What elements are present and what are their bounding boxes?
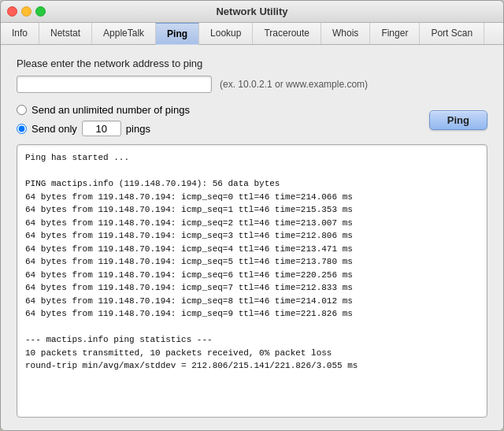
- main-window: Network Utility Info Netstat AppleTalk P…: [0, 0, 504, 431]
- tab-bar: Info Netstat AppleTalk Ping Lookup Trace…: [1, 23, 503, 45]
- ping-options: Send an unlimited number of pings Send o…: [17, 104, 190, 136]
- ping-output: Ping has started ... PING mactips.info (…: [17, 144, 487, 418]
- close-button[interactable]: [7, 6, 17, 17]
- unlimited-radio-row: Send an unlimited number of pings: [17, 104, 190, 116]
- unlimited-label: Send an unlimited number of pings: [32, 104, 190, 116]
- traffic-lights: [7, 6, 46, 17]
- count-suffix-label: pings: [126, 123, 150, 135]
- tab-portscan[interactable]: Port Scan: [420, 23, 484, 44]
- count-prefix-label: Send only: [32, 123, 77, 135]
- maximize-button[interactable]: [35, 6, 46, 17]
- address-hint: (ex. 10.0.2.1 or www.example.com): [220, 79, 368, 90]
- address-input[interactable]: [17, 76, 212, 93]
- unlimited-radio[interactable]: [17, 105, 27, 115]
- address-row: (ex. 10.0.2.1 or www.example.com): [17, 76, 487, 93]
- count-radio[interactable]: [17, 124, 27, 134]
- action-row: Ping: [429, 110, 487, 130]
- count-radio-row: Send only pings: [17, 121, 190, 136]
- window-title: Network Utility: [216, 6, 287, 17]
- titlebar: Network Utility: [1, 1, 503, 23]
- tab-info[interactable]: Info: [1, 23, 39, 44]
- tab-netstat[interactable]: Netstat: [39, 23, 92, 44]
- tab-lookup[interactable]: Lookup: [199, 23, 253, 44]
- ping-count-input[interactable]: [82, 121, 121, 136]
- ping-panel: Please enter the network address to ping…: [1, 45, 503, 430]
- tab-traceroute[interactable]: Traceroute: [253, 23, 321, 44]
- tab-finger[interactable]: Finger: [370, 23, 420, 44]
- tab-whois[interactable]: Whois: [321, 23, 370, 44]
- tab-appletalk[interactable]: AppleTalk: [92, 23, 156, 44]
- tab-ping[interactable]: Ping: [156, 23, 199, 45]
- minimize-button[interactable]: [21, 6, 32, 17]
- ping-button[interactable]: Ping: [429, 110, 487, 130]
- address-label: Please enter the network address to ping: [17, 58, 487, 69]
